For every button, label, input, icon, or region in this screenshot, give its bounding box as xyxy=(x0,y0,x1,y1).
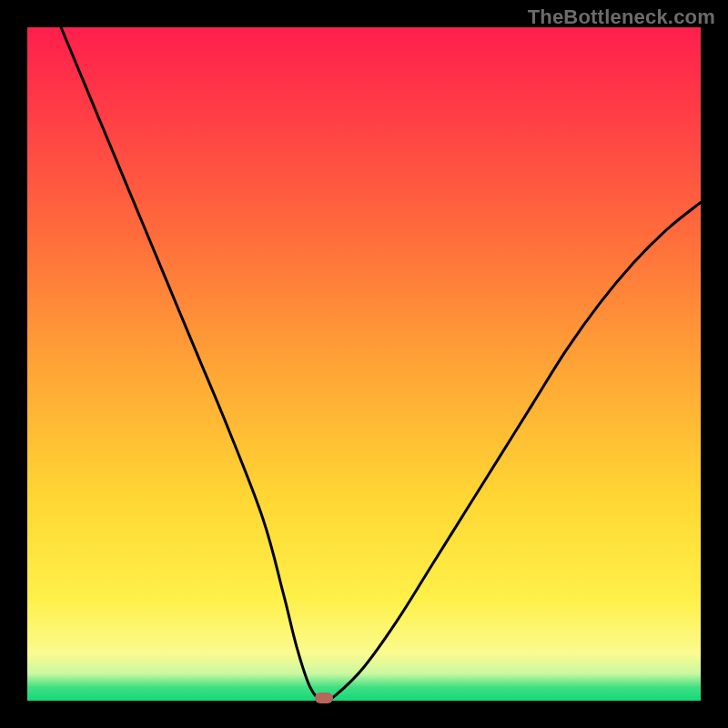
bottleneck-curve xyxy=(27,27,701,701)
chart-frame: TheBottleneck.com xyxy=(0,0,728,728)
curve-path xyxy=(61,27,701,701)
plot-area xyxy=(27,27,701,701)
watermark-text: TheBottleneck.com xyxy=(528,5,715,29)
optimum-marker xyxy=(315,693,333,703)
